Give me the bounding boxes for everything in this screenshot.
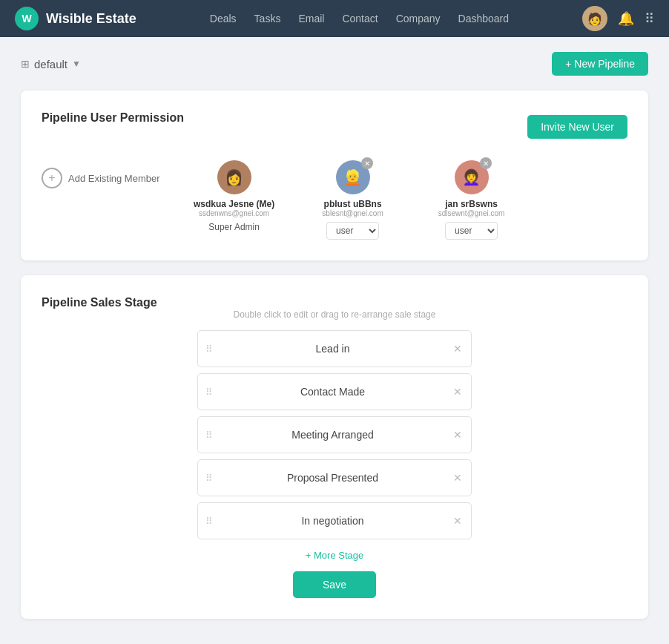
sales-stage-title: Pipeline Sales Stage <box>42 296 157 309</box>
stage-item-0: ⠿ Lead in ✕ <box>197 330 472 367</box>
nav-company[interactable]: Company <box>396 13 441 24</box>
stage-hint: Double click to edit or drag to re-arran… <box>42 309 627 320</box>
stage-remove-3[interactable]: ✕ <box>444 472 471 484</box>
drag-handle-2[interactable]: ⠿ <box>198 430 221 441</box>
invite-new-user-button[interactable]: Invite New User <box>527 115 627 139</box>
member-role-0: Super Admin <box>208 222 260 232</box>
stage-item-2: ⠿ Meeting Arranged ✕ <box>197 416 472 453</box>
navbar-right: 🧑 🔔 ⠿ <box>582 6 654 31</box>
member-name-0: wsdkua Jesne (Me) <box>194 199 274 209</box>
drag-handle-1[interactable]: ⠿ <box>198 387 221 398</box>
stage-label-1: Contact Made <box>221 386 444 398</box>
member-email-0: ssdenwns@gnei.com <box>199 209 269 217</box>
page-body: ⊞ default ▼ + New Pipeline Pipeline User… <box>0 37 669 644</box>
user-avatar[interactable]: 🧑 <box>582 6 607 31</box>
stage-label-4: In negotiation <box>221 515 444 527</box>
drag-handle-3[interactable]: ⠿ <box>198 473 221 484</box>
save-button[interactable]: Save <box>293 571 376 598</box>
stage-remove-2[interactable]: ✕ <box>444 429 471 441</box>
stage-list: ⠿ Lead in ✕ ⠿ Contact Made ✕ ⠿ Meeting A… <box>42 330 627 539</box>
add-member-icon: + <box>42 168 62 188</box>
more-stage-button[interactable]: + More Stage <box>42 550 627 561</box>
member-card-1: 👱 ✕ pblust uBBns sblesnt@gnei.com user a… <box>309 160 398 240</box>
stage-item-3: ⠿ Proposal Presented ✕ <box>197 459 472 496</box>
member-card-0: 👩 wsdkua Jesne (Me) ssdenwns@gnei.com Su… <box>190 160 279 232</box>
nav-email[interactable]: Email <box>298 13 324 24</box>
drag-handle-4[interactable]: ⠿ <box>198 516 221 527</box>
grid-icon[interactable]: ⠿ <box>645 10 654 27</box>
stage-label-2: Meeting Arranged <box>221 429 444 441</box>
member-role-select-1[interactable]: user admin <box>326 222 379 240</box>
notification-bell-icon[interactable]: 🔔 <box>618 10 634 27</box>
member-name-1: pblust uBBns <box>324 199 382 209</box>
stage-remove-0[interactable]: ✕ <box>444 343 471 355</box>
permission-title: Pipeline User Permission <box>42 111 184 125</box>
brand-icon: W <box>15 7 39 30</box>
main-nav: Deals Tasks Email Contact Company Dashbo… <box>210 13 509 24</box>
stage-item-1: ⠿ Contact Made ✕ <box>197 373 472 410</box>
member-close-1[interactable]: ✕ <box>361 157 373 169</box>
nav-dashboard[interactable]: Dashboard <box>458 13 510 24</box>
permission-header: Pipeline User Permission Invite New User <box>42 111 627 142</box>
stage-label-3: Proposal Presented <box>221 472 444 484</box>
sales-stage-card: Pipeline Sales Stage Double click to edi… <box>21 275 648 619</box>
nav-contact[interactable]: Contact <box>342 13 378 24</box>
stage-remove-4[interactable]: ✕ <box>444 515 471 527</box>
member-email-2: sdlsewnt@gnei.com <box>438 209 505 217</box>
nav-tasks[interactable]: Tasks <box>254 13 281 24</box>
add-member-label: Add Existing Member <box>68 173 160 184</box>
pipeline-icon: ⊞ <box>21 58 30 70</box>
member-avatar-wrap-0: 👩 <box>217 160 251 194</box>
member-avatar-wrap-1: 👱 ✕ <box>336 160 370 194</box>
permission-card: Pipeline User Permission Invite New User… <box>21 91 648 260</box>
member-name-2: jan srBswns <box>445 199 498 209</box>
drag-handle-0[interactable]: ⠿ <box>198 344 221 355</box>
member-role-select-2[interactable]: user admin <box>445 222 498 240</box>
member-email-1: sblesnt@gnei.com <box>322 209 383 217</box>
member-card-2: 👩‍🦱 ✕ jan srBswns sdlsewnt@gnei.com user… <box>427 160 516 240</box>
brand-name: Wisible Estate <box>46 11 136 27</box>
stage-label-0: Lead in <box>221 343 444 355</box>
stage-remove-1[interactable]: ✕ <box>444 386 471 398</box>
pipeline-selector[interactable]: ⊞ default ▼ <box>21 58 81 70</box>
pipeline-label: default <box>34 58 67 70</box>
members-row: + Add Existing Member 👩 wsdkua Jesne (Me… <box>42 160 627 240</box>
member-close-2[interactable]: ✕ <box>480 157 492 169</box>
nav-deals[interactable]: Deals <box>210 13 237 24</box>
top-bar: ⊞ default ▼ + New Pipeline <box>21 52 648 76</box>
add-member-button[interactable]: + Add Existing Member <box>42 160 160 188</box>
member-avatar-0: 👩 <box>217 160 251 194</box>
brand: W Wisible Estate <box>15 7 136 30</box>
navbar: W Wisible Estate Deals Tasks Email Conta… <box>0 0 669 37</box>
member-avatar-wrap-2: 👩‍🦱 ✕ <box>455 160 489 194</box>
stage-item-4: ⠿ In negotiation ✕ <box>197 502 472 539</box>
new-pipeline-button[interactable]: + New Pipeline <box>552 52 648 76</box>
pipeline-caret-icon: ▼ <box>72 59 81 69</box>
